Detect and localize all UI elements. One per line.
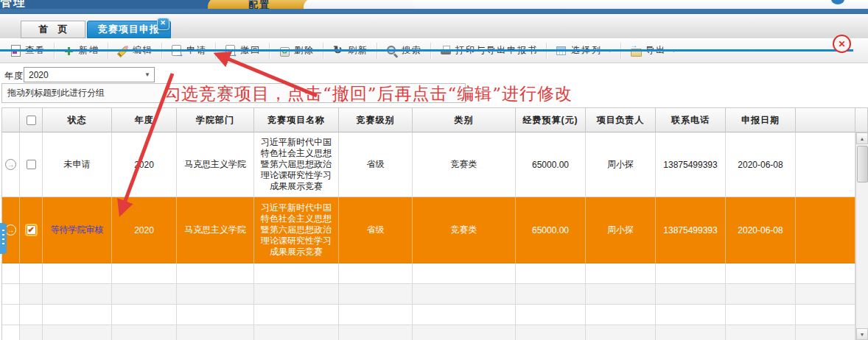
cell-level: 省级	[339, 197, 413, 263]
cell-filler	[796, 132, 855, 197]
table-header-row: 状态 年度 学院部门 竞赛项目名称 竞赛级别 类别 经费预算(元) 项目负责人 …	[2, 107, 855, 132]
cell-dept: 马克思主义学院	[177, 132, 254, 197]
scrollbar-thumb[interactable]	[857, 146, 868, 183]
row-checkbox-checked[interactable]: ✔	[27, 225, 36, 235]
cell-checkbox[interactable]	[20, 132, 43, 197]
row-checkbox[interactable]	[27, 160, 36, 169]
column-header-filler	[796, 107, 855, 132]
tutorial-annotation-text: 勾选竞赛项目，点击“撤回”后再点击“编辑”进行修改	[164, 82, 573, 105]
table-row-selected[interactable]: → ✔ 等待学院审核 2020 马克思主义学院 习近平新时代中国特色社会主义思想…	[2, 197, 855, 263]
cell-leader: 周小探	[586, 132, 656, 197]
tab-active-label: 竞赛项目申报	[98, 23, 160, 36]
chevron-down-icon: ▼	[144, 71, 150, 78]
panel-close-icon[interactable]: ✕	[833, 35, 851, 53]
cell-phone: 13875499393	[656, 197, 726, 263]
select-all-checkbox[interactable]	[27, 116, 36, 125]
tab-home[interactable]: 首 页	[21, 21, 85, 38]
row-expand-icon[interactable]: →	[5, 224, 16, 235]
empty-table-row	[2, 284, 855, 305]
tab-competition-application[interactable]: 竞赛项目申报 ✕	[87, 21, 171, 38]
column-header-date[interactable]: 申报日期	[726, 107, 796, 132]
column-header-project[interactable]: 竞赛项目名称	[254, 107, 339, 132]
row-expand-icon[interactable]: →	[5, 159, 16, 170]
topbar-strip	[0, 9, 868, 14]
cell-category: 竞赛类	[413, 132, 516, 197]
app-window: 管理 配置 首 页 竞赛项目申报 ✕ ✕ 查看 新增 编辑	[0, 0, 868, 340]
active-tab-underline	[0, 49, 853, 52]
column-header-status[interactable]: 状态	[43, 107, 112, 132]
scroll-down-icon[interactable]: ▼	[856, 328, 868, 340]
column-header-level[interactable]: 竞赛级别	[339, 107, 413, 132]
cell-date: 2020-06-08	[726, 197, 796, 263]
cell-status: 等待学院审核	[43, 197, 112, 263]
cell-leader: 周小探	[586, 197, 656, 263]
header-expander-cell	[2, 107, 20, 132]
empty-table-row	[2, 305, 855, 325]
tab-strip: 首 页 竞赛项目申报 ✕ ✕	[0, 13, 868, 38]
tab-close-icon[interactable]: ✕	[157, 18, 169, 30]
cell-checkbox[interactable]: ✔	[20, 197, 43, 263]
year-label: 年度	[4, 70, 24, 82]
scroll-up-icon[interactable]: ▲	[856, 132, 868, 144]
table-row[interactable]: → 未申请 2020 马克思主义学院 习近平新时代中国特色社会主义思想暨第六届思…	[2, 132, 855, 197]
top-navigation-bar: 管理 配置	[0, 0, 868, 13]
cell-date: 2020-06-08	[726, 132, 796, 197]
vertical-scrollbar[interactable]: ▲ ▼	[855, 132, 868, 340]
select-all-cell[interactable]	[20, 107, 43, 132]
cell-dept: 马克思主义学院	[177, 197, 254, 263]
cell-project: 习近平新时代中国特色社会主义思想暨第六届思想政治理论课研究性学习成果展示竞赛	[254, 132, 339, 197]
cell-filler	[796, 197, 855, 263]
projects-table: 状态 年度 学院部门 竞赛项目名称 竞赛级别 类别 经费预算(元) 项目负责人 …	[1, 107, 855, 340]
empty-table-row	[2, 325, 855, 340]
header-corner	[855, 107, 868, 132]
column-header-leader[interactable]: 项目负责人	[586, 107, 656, 132]
cell-category: 竞赛类	[413, 197, 516, 263]
cell-expander[interactable]: →	[2, 132, 20, 197]
column-header-dept[interactable]: 学院部门	[177, 107, 254, 132]
cell-phone: 13875499393	[656, 132, 726, 197]
cell-project: 习近平新时代中国特色社会主义思想暨第六届思想政治理论课研究性学习成果展示竞赛	[254, 197, 339, 263]
column-header-year[interactable]: 年度	[112, 107, 177, 132]
cell-level: 省级	[339, 132, 413, 197]
column-header-budget[interactable]: 经费预算(元)	[516, 107, 586, 132]
column-header-category[interactable]: 类别	[413, 107, 516, 132]
cell-budget: 65000.00	[516, 197, 586, 263]
cell-year: 2020	[112, 132, 177, 197]
docked-panel-handle[interactable]	[0, 223, 7, 254]
cell-status: 未申请	[43, 132, 112, 197]
empty-table-row	[2, 263, 855, 284]
cell-budget: 65000.00	[516, 132, 586, 197]
year-select[interactable]: 2020 ▼	[24, 67, 155, 82]
year-select-value: 2020	[29, 70, 49, 80]
cell-year: 2020	[112, 197, 177, 263]
tab-home-label: 首 页	[39, 23, 68, 36]
column-header-phone[interactable]: 联系电话	[656, 107, 726, 132]
